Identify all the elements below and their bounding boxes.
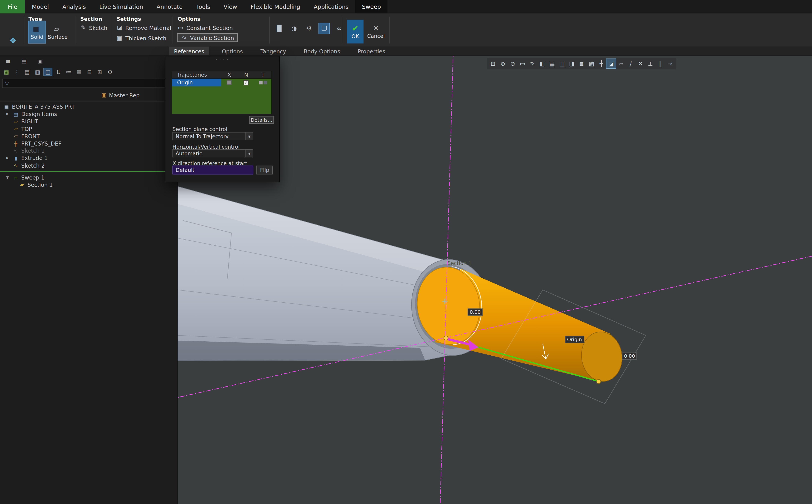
- trajectory-name-cell[interactable]: Origin: [172, 79, 221, 86]
- n-checkbox-checked[interactable]: ✓: [243, 80, 249, 85]
- model-tree-icon[interactable]: ▦: [2, 68, 11, 76]
- sort-icon[interactable]: ⇅: [54, 68, 63, 76]
- refit-icon[interactable]: ▭: [518, 59, 527, 68]
- ok-button[interactable]: ✔ OK: [347, 20, 363, 43]
- end-dimension-badge[interactable]: 0.00: [622, 353, 637, 360]
- menu-file[interactable]: File: [0, 0, 25, 13]
- tree-item-front-plane[interactable]: ▱ FRONT: [0, 132, 177, 140]
- solid-button[interactable]: ■ Solid: [28, 21, 46, 44]
- spin-center-icon[interactable]: ╋: [597, 59, 606, 68]
- trajectory-end-point[interactable]: [597, 379, 601, 384]
- menu-annotate[interactable]: Annotate: [150, 0, 189, 13]
- csys-display-icon[interactable]: ⊥: [646, 59, 655, 68]
- repaint-icon[interactable]: ✎: [528, 59, 537, 68]
- view-manager-icon[interactable]: ◫: [557, 59, 567, 68]
- tree-search-input[interactable]: [11, 80, 165, 86]
- tree-item-csys[interactable]: ╋ PRT_CSYS_DEF: [0, 140, 177, 147]
- section-view-icon[interactable]: ◨: [567, 59, 577, 68]
- tree-item-sketch1[interactable]: ∿ Sketch 1: [0, 147, 177, 154]
- details-button[interactable]: Details...: [249, 116, 274, 124]
- exit-icon[interactable]: ⇥: [665, 59, 675, 68]
- tab-options[interactable]: Options: [217, 47, 248, 55]
- hv-control-dropdown[interactable]: Automatic ▼: [172, 149, 253, 157]
- chevron-down-icon[interactable]: ▼: [245, 132, 253, 140]
- tab-body-options[interactable]: Body Options: [298, 47, 345, 55]
- menu-tools[interactable]: Tools: [189, 0, 217, 13]
- surface-button[interactable]: ▱ Surface: [49, 21, 67, 44]
- layers-icon[interactable]: ≣: [577, 59, 586, 68]
- tree-item-section1[interactable]: ▰ Section 1: [0, 181, 177, 188]
- menu-applications[interactable]: Applications: [307, 0, 355, 13]
- plane-display-icon[interactable]: ▱: [616, 59, 626, 68]
- x-cell[interactable]: [221, 80, 238, 85]
- zoom-in-icon[interactable]: ⊕: [498, 59, 508, 68]
- variable-section-button[interactable]: ∿ Variable Section: [177, 33, 238, 42]
- collapse-all-icon[interactable]: ⊟: [85, 68, 94, 76]
- shading-icon[interactable]: ◧: [538, 59, 547, 68]
- tree-item-right-plane[interactable]: ▱ RIGHT: [0, 118, 177, 125]
- menu-model[interactable]: Model: [25, 0, 56, 13]
- menu-flexible-modeling[interactable]: Flexible Modeling: [244, 0, 307, 13]
- zoom-out-icon[interactable]: ⊖: [508, 59, 518, 68]
- insert-here-indicator[interactable]: [0, 171, 177, 172]
- tab-references[interactable]: References: [169, 47, 209, 55]
- chevron-down-icon[interactable]: ▼: [245, 150, 253, 157]
- filter-icon[interactable]: ▽: [5, 81, 9, 86]
- n-cell[interactable]: ✓: [238, 80, 255, 85]
- tab-properties[interactable]: Properties: [352, 47, 390, 55]
- tree-item-design-items[interactable]: ▶ ▤ Design Items: [0, 110, 177, 118]
- tree-item-top-plane[interactable]: ▱ TOP: [0, 125, 177, 132]
- panel-drag-handle[interactable]: · · · ·: [165, 57, 279, 62]
- verify-icon[interactable]: ∞: [333, 23, 345, 34]
- x-direction-field[interactable]: Default: [172, 166, 253, 175]
- cancel-button[interactable]: ✕ Cancel: [365, 20, 387, 43]
- expander-icon[interactable]: ▶: [6, 156, 12, 160]
- t-toggle-b[interactable]: [263, 81, 267, 84]
- mechanism-preview-icon[interactable]: ⚙: [303, 23, 315, 34]
- sketch-button[interactable]: ✎ Sketch: [80, 24, 107, 31]
- filter-rules-icon[interactable]: ≔: [64, 68, 73, 76]
- expander-icon[interactable]: ▶: [6, 112, 12, 116]
- tree-columns-icon[interactable]: ◫: [43, 68, 52, 76]
- sketch-view-icon[interactable]: ◪: [607, 59, 616, 68]
- tree-tab-icon[interactable]: ≡: [4, 57, 12, 65]
- tab-tangency[interactable]: Tangency: [255, 47, 291, 55]
- pause-icon[interactable]: ▐▌: [273, 23, 285, 34]
- trajectory-start-point[interactable]: [444, 336, 448, 340]
- feature-preview-icon[interactable]: ❐: [318, 23, 330, 34]
- t-cell[interactable]: [254, 81, 271, 84]
- menu-analysis[interactable]: Analysis: [56, 0, 93, 13]
- x-checkbox-disabled[interactable]: [227, 80, 232, 85]
- constant-section-button[interactable]: ▭ Constant Section: [177, 24, 233, 31]
- annotation-display-icon[interactable]: ▨: [587, 59, 596, 68]
- expander-icon[interactable]: ▼: [6, 175, 12, 180]
- folder-tab-icon[interactable]: ▤: [20, 57, 28, 65]
- tree-item-sketch2[interactable]: ∿ Sketch 2: [0, 162, 177, 169]
- remove-material-button[interactable]: ◪ Remove Material: [116, 24, 171, 31]
- tree-item-extrude1[interactable]: ▶ ▮ Extrude 1: [0, 154, 177, 162]
- menu-live-simulation[interactable]: Live Simulation: [93, 0, 150, 13]
- menu-sweep-active[interactable]: Sweep: [355, 0, 387, 13]
- point-display-icon[interactable]: ✕: [636, 59, 645, 68]
- trajectory-row-origin[interactable]: Origin ✓: [172, 79, 271, 86]
- more-options-icon[interactable]: ⋮: [12, 68, 21, 76]
- zoom-window-icon[interactable]: ⊞: [488, 59, 498, 68]
- menu-view[interactable]: View: [217, 0, 244, 13]
- thicken-sketch-button[interactable]: ▣ Thicken Sketch: [116, 35, 166, 41]
- no-preview-icon[interactable]: ◑: [288, 23, 300, 34]
- section-plane-dropdown[interactable]: Normal To Trajectory ▼: [172, 132, 253, 140]
- favorites-tab-icon[interactable]: ▣: [36, 57, 45, 65]
- detail-view-icon[interactable]: ▥: [33, 68, 42, 76]
- axis-display-icon[interactable]: ∕: [626, 59, 636, 68]
- tree-settings-icon[interactable]: ⚙: [106, 68, 114, 76]
- start-dimension-badge[interactable]: 0.00: [468, 309, 483, 316]
- t-toggle-a[interactable]: [259, 81, 262, 84]
- list-view-icon[interactable]: ▤: [23, 68, 32, 76]
- flip-button[interactable]: Flip: [256, 166, 273, 175]
- pause-icon[interactable]: ∥: [656, 59, 665, 68]
- expand-all-icon[interactable]: ⊞: [95, 68, 104, 76]
- tree-item-part[interactable]: ▣ BORITE_A-375-ASS.PRT: [0, 103, 177, 110]
- layer-tree-icon[interactable]: ≣: [75, 68, 83, 76]
- saved-views-icon[interactable]: ▤: [547, 59, 557, 68]
- tree-item-sweep1[interactable]: ▼ ≈ Sweep 1: [0, 174, 177, 181]
